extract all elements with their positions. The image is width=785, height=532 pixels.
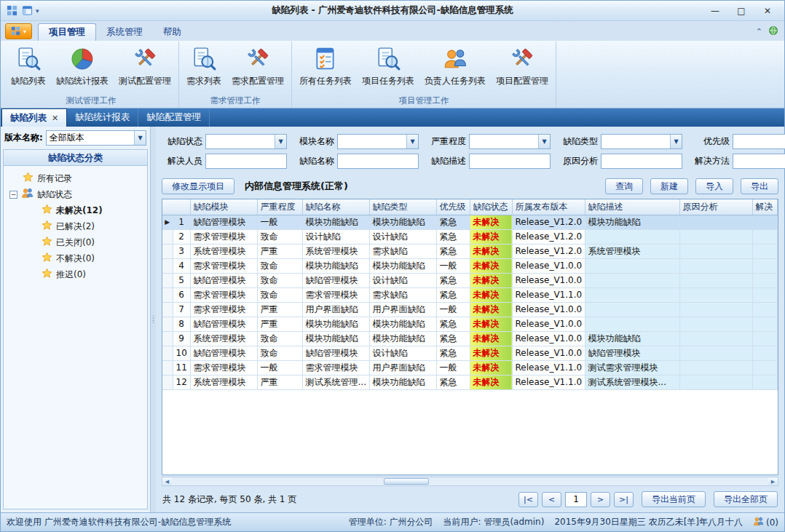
grid-cell[interactable]: Release_V1.1.0 [512,360,585,375]
table-row[interactable]: 5缺陷管理模块致命缺陷管理模块设计缺陷紧急未解决Release_V1.0.0 [162,273,778,287]
grid-cell[interactable] [752,273,778,287]
tree-node[interactable]: 已关闭(0) [5,234,146,250]
grid-column-header[interactable]: 优先级 [436,199,470,215]
grid-cell[interactable]: 未解决 [470,375,512,389]
ribbon-button[interactable]: 测试配置管理 [114,43,176,89]
grid-cell[interactable]: Release_V1.0.0 [512,302,585,317]
minimize-button[interactable]: — [703,3,727,19]
grid-cell[interactable]: Release_V1.0.0 [512,258,585,273]
table-row[interactable]: 9系统管理模块致命模块功能缺陷模块功能缺陷紧急未解决Release_V1.0.0… [162,331,778,346]
quick-access-dropdown-icon[interactable]: ▾ [36,7,39,15]
grid-cell[interactable] [752,287,778,302]
grid-cell[interactable]: 缺陷管理模块 [190,215,257,229]
grid-cell[interactable] [752,331,778,346]
tree-node[interactable]: 不解决(0) [5,250,146,266]
close-tab-icon[interactable]: ✕ [52,114,58,123]
grid-cell[interactable]: 测试系统管理模块... [585,375,679,389]
grid-cell[interactable]: 紧急 [436,375,470,389]
grid-cell[interactable] [679,215,752,229]
grid-cell[interactable]: 模块功能缺陷 [369,258,436,273]
grid-cell[interactable] [679,375,752,389]
filter-text-input[interactable] [601,135,670,148]
grid-cell[interactable]: 未解决 [470,229,512,244]
grid-cell[interactable] [752,375,778,389]
grid-cell[interactable]: 致命 [257,258,302,273]
grid-column-header[interactable]: 缺陷名称 [302,199,369,215]
table-row[interactable]: 8缺陷管理模块严重模块功能缺陷模块功能缺陷紧急未解决Release_V1.0.0 [162,317,778,331]
grid-cell[interactable] [585,302,679,317]
ribbon-tab[interactable]: 帮助 [153,23,192,41]
grid-cell[interactable]: Release_V1.2.0 [512,244,585,258]
grid-cell[interactable] [752,215,778,229]
grid-cell[interactable]: 模块功能缺陷 [369,375,436,389]
modify-display-items-button[interactable]: 修改显示项目 [162,178,234,194]
grid-cell[interactable]: 未解决 [470,331,512,346]
grid-cell[interactable] [679,302,752,317]
first-page-button[interactable]: |< [518,492,538,507]
sidebar-splitter[interactable]: ⋮⋮ [151,127,156,512]
maximize-button[interactable]: □ [729,3,754,19]
grid-cell[interactable]: 需求管理模块 [302,360,369,375]
export-all-pages-button[interactable]: 导出全部页 [714,491,778,507]
ribbon-tab[interactable]: 系统管理 [96,23,153,41]
grid-cell[interactable]: Release_V1.2.0 [512,229,585,244]
last-page-button[interactable]: >| [614,492,634,507]
tree-expander-icon[interactable]: − [9,191,17,199]
grid-cell[interactable]: 未解决 [470,215,512,229]
grid-cell[interactable]: 一般 [257,215,302,229]
grid-cell[interactable] [679,273,752,287]
grid-cell[interactable] [752,302,778,317]
grid-cell[interactable] [585,317,679,331]
grid-cell[interactable]: 一般 [436,258,470,273]
grid-cell[interactable] [585,229,679,244]
table-row[interactable]: 4需求管理模块致命模块功能缺陷模块功能缺陷一般未解决Release_V1.0.0 [162,258,778,273]
grid-cell[interactable]: 系统管理模块 [585,244,679,258]
grid-cell[interactable]: Release_V1.0.0 [512,346,585,360]
grid-cell[interactable]: 测试需求管理模块 [585,360,679,375]
filter-text-input[interactable] [601,154,682,168]
ribbon-button[interactable]: 项目配置管理 [491,43,553,89]
grid-column-header[interactable]: 所属发布版本 [512,199,585,215]
tree-node[interactable]: 未解决(12) [5,202,146,218]
filter-text-input[interactable] [733,154,785,168]
grid-cell[interactable]: Release_V1.0.0 [512,317,585,331]
filter-input[interactable] [337,154,419,169]
table-row[interactable]: 6需求管理模块致命需求管理模块需求缺陷紧急未解决Release_V1.1.0 [162,287,778,302]
table-row[interactable]: ▶1缺陷管理模块一般模块功能缺陷模块功能缺陷紧急未解决Release_V1.2.… [162,215,778,229]
dropdown-arrow-icon[interactable]: ▼ [670,135,682,148]
page-number-input[interactable] [565,492,587,507]
table-row[interactable]: 12系统管理模块严重测试系统管理...模块功能缺陷紧急未解决Release_V1… [162,375,778,389]
grid-cell[interactable]: 未解决 [470,273,512,287]
grid-cell[interactable] [679,244,752,258]
grid-cell[interactable] [679,360,752,375]
ribbon-tab[interactable]: 项目管理 [38,23,96,41]
grid-cell[interactable]: 严重 [257,375,302,389]
grid-cell[interactable] [752,229,778,244]
grid-cell[interactable]: 模块功能缺陷 [369,317,436,331]
query-button[interactable]: 查询 [605,178,643,194]
filter-text-input[interactable] [206,135,275,148]
grid-cell[interactable]: 模块功能缺陷 [369,331,436,346]
filter-text-input[interactable] [470,154,550,168]
grid-cell[interactable]: 缺陷管理模块 [190,346,257,360]
grid-cell[interactable]: 未解决 [470,346,512,360]
horizontal-scrollbar[interactable]: ◀ ▶ [162,477,778,486]
grid-cell[interactable] [752,244,778,258]
tree-node[interactable]: −缺陷状态 [5,186,146,202]
dropdown-arrow-icon[interactable]: ▼ [538,135,550,148]
version-select[interactable]: 全部版本 ▼ [46,130,146,146]
grid-column-header[interactable]: 解决 [752,199,778,215]
grid-cell[interactable]: 未解决 [470,302,512,317]
grid-column-header[interactable]: 缺陷描述 [585,199,679,215]
grid-cell[interactable]: Release_V1.0.0 [512,273,585,287]
filter-select[interactable]: ▼ [733,134,785,149]
grid-cell[interactable]: 致命 [257,229,302,244]
filter-input[interactable] [205,154,287,169]
tree-node[interactable]: 所有记录 [5,170,146,186]
grid-cell[interactable]: 设计缺陷 [369,346,436,360]
ribbon-button[interactable]: 需求列表 [181,43,226,89]
table-row[interactable]: 10缺陷管理模块致命缺陷管理模块设计缺陷紧急未解决Release_V1.0.0缺… [162,346,778,360]
grid-cell[interactable] [585,287,679,302]
grid-cell[interactable]: 需求缺陷 [369,287,436,302]
grid-cell[interactable] [752,346,778,360]
